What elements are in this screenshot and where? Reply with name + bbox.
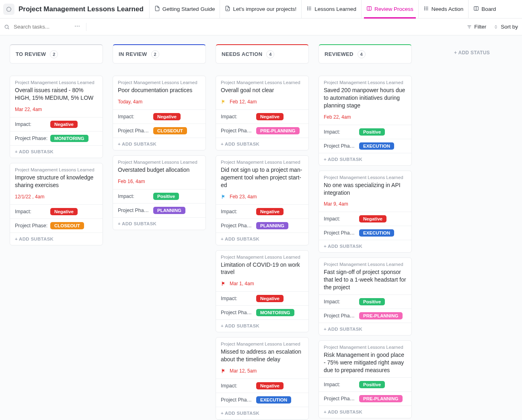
phase-badge[interactable]: EXECUTION <box>359 142 394 150</box>
phase-badge[interactable]: PLANNING <box>153 207 185 214</box>
search-icon <box>4 24 10 30</box>
task-card[interactable]: Project Management Lessons Learned Fast … <box>319 257 412 336</box>
more-options-button[interactable] <box>74 23 80 31</box>
impact-badge[interactable]: Positive <box>359 128 385 136</box>
impact-badge[interactable]: Negative <box>359 215 386 222</box>
column-header[interactable]: IN REVIEW2 <box>113 44 206 64</box>
add-subtask-button[interactable]: + ADD SUBTASK <box>319 406 411 418</box>
task-folder: Project Management Lessons Learned <box>216 160 308 165</box>
phase-label: Project Pha… <box>324 143 359 149</box>
phase-row: Project Phase: CLOSEOUT <box>10 218 103 233</box>
tab-label: Board <box>481 6 496 12</box>
impact-row: Impact: Negative <box>319 212 411 226</box>
flag-icon <box>221 99 226 105</box>
task-title: Missed to address an escalation about th… <box>216 347 308 366</box>
column-count: 4 <box>266 50 274 58</box>
add-subtask-button[interactable]: + ADD SUBTASK <box>113 217 206 230</box>
phase-label: Project Phase: <box>15 136 50 141</box>
task-date: Feb 16, 4am <box>118 179 145 184</box>
impact-label: Impact: <box>118 194 153 199</box>
impact-badge[interactable]: Negative <box>50 121 78 128</box>
phase-badge[interactable]: PRE-PLANNING <box>359 395 403 402</box>
add-subtask-button[interactable]: + ADD SUBTASK <box>10 145 103 158</box>
task-card[interactable]: Project Management Lessons Learned Misse… <box>216 337 309 420</box>
add-subtask-button[interactable]: + ADD SUBTASK <box>319 240 411 252</box>
impact-badge[interactable]: Positive <box>153 193 179 200</box>
project-title: Project Management Lessons Learned <box>18 5 144 13</box>
phase-row: Project Pha… CLOSEOUT <box>113 124 206 138</box>
task-title: Did not sign up to a project man­agement… <box>216 165 308 192</box>
phase-label: Project Phase: <box>15 223 50 229</box>
impact-label: Impact: <box>15 209 50 214</box>
add-subtask-button[interactable]: + ADD SUBTASK <box>319 323 411 335</box>
phase-badge[interactable]: PLANNING <box>256 222 288 229</box>
impact-badge[interactable]: Negative <box>256 295 284 302</box>
task-card[interactable]: Project Management Lessons Learned Limit… <box>216 250 309 333</box>
tab-label: Lessons Learned <box>314 6 356 12</box>
task-card[interactable]: Project Management Lessons Learned Impro… <box>10 163 103 245</box>
add-subtask-button[interactable]: + ADD SUBTASK <box>216 138 308 150</box>
add-status-button[interactable]: + ADD STATUS <box>421 44 490 420</box>
add-subtask-button[interactable]: + ADD SUBTASK <box>216 407 308 419</box>
impact-badge[interactable]: Positive <box>359 298 385 305</box>
impact-badge[interactable]: Negative <box>153 113 181 120</box>
column-header[interactable]: TO REVIEW2 <box>10 44 103 64</box>
phase-badge[interactable]: PRE-PLANNING <box>359 312 403 319</box>
tab-review-process[interactable]: Review Process <box>361 0 418 18</box>
impact-badge[interactable]: Negative <box>256 113 284 120</box>
task-card[interactable]: Project Management Lessons Learned Overa… <box>10 76 103 158</box>
svg-point-13 <box>424 8 425 8</box>
column-header[interactable]: REVIEWED4 <box>319 44 412 64</box>
impact-badge[interactable]: Negative <box>256 208 284 215</box>
tab-getting-started-guide[interactable]: Getting Started Guide <box>149 0 220 18</box>
add-subtask-button[interactable]: + ADD SUBTASK <box>113 138 206 150</box>
project-logo[interactable] <box>3 4 14 15</box>
phase-badge[interactable]: CLOSEOUT <box>153 127 187 134</box>
search-input[interactable] <box>13 23 69 30</box>
filter-label: Filter <box>474 24 486 30</box>
impact-label: Impact: <box>324 382 359 387</box>
phase-badge[interactable]: MONITORING <box>50 135 88 142</box>
add-subtask-button[interactable]: + ADD SUBTASK <box>216 233 308 245</box>
task-card[interactable]: Project Management Lessons Learned No on… <box>319 171 412 253</box>
task-title: Overall goal not clear <box>216 86 308 97</box>
tab-let-s-improve-our-projects-[interactable]: Let's improve our projects! <box>220 0 301 18</box>
phase-label: Project Pha… <box>118 128 153 134</box>
sort-button[interactable]: Sort by <box>493 24 518 30</box>
filter-button[interactable]: Filter <box>467 24 486 30</box>
impact-badge[interactable]: Negative <box>50 208 78 215</box>
list-icon <box>423 6 432 12</box>
column-count: 2 <box>151 50 159 58</box>
phase-badge[interactable]: MONITORING <box>256 309 294 316</box>
task-date: Mar 9, 4am <box>324 201 348 207</box>
task-card[interactable]: Project Management Lessons Learned Poor … <box>113 76 206 150</box>
task-card[interactable]: Project Management Lessons Learned Overs… <box>113 155 206 230</box>
task-card[interactable]: Project Management Lessons Learned Did n… <box>216 155 309 245</box>
impact-row: Impact: Negative <box>10 204 103 218</box>
doc-icon <box>154 6 162 12</box>
task-date: Mar 12, 5am <box>230 368 257 374</box>
add-subtask-button[interactable]: + ADD SUBTASK <box>216 319 308 332</box>
add-subtask-button[interactable]: + ADD SUBTASK <box>10 233 103 245</box>
filter-icon <box>467 25 472 29</box>
add-subtask-button[interactable]: + ADD SUBTASK <box>319 153 411 165</box>
phase-label: Project Pha… <box>221 223 256 229</box>
task-card[interactable]: Project Management Lessons Learned Saved… <box>319 76 412 166</box>
task-card[interactable]: Project Management Lessons Learned Risk … <box>319 340 412 418</box>
board-icon <box>366 6 374 12</box>
phase-badge[interactable]: PRE-PLANNING <box>256 127 300 134</box>
column-header[interactable]: NEEDS ACTION4 <box>216 44 309 64</box>
svg-point-17 <box>5 25 8 28</box>
tab-board[interactable]: Board <box>468 0 501 18</box>
flag-icon <box>221 368 226 374</box>
phase-badge[interactable]: EXECUTION <box>256 396 291 404</box>
tab-needs-action[interactable]: Needs Action <box>418 0 469 18</box>
impact-badge[interactable]: Positive <box>359 381 385 388</box>
task-card[interactable]: Project Management Lessons Learned Overa… <box>216 76 309 150</box>
search-box[interactable] <box>4 23 69 30</box>
tab-lessons-learned[interactable]: Lessons Learned <box>301 0 361 18</box>
svg-point-20 <box>77 26 78 27</box>
phase-badge[interactable]: CLOSEOUT <box>50 222 84 229</box>
phase-badge[interactable]: EXECUTION <box>359 229 394 237</box>
impact-badge[interactable]: Negative <box>256 382 284 389</box>
